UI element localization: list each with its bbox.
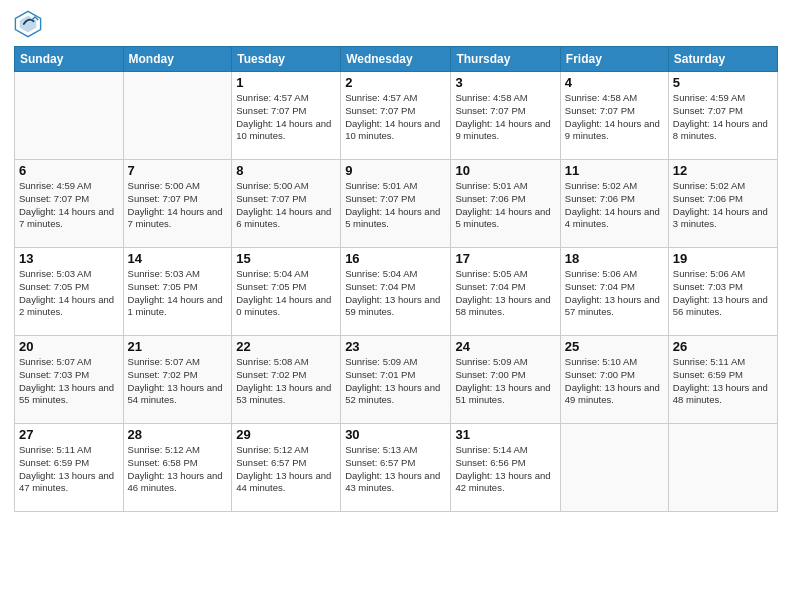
day-number: 26	[673, 339, 773, 354]
weekday-header-tuesday: Tuesday	[232, 47, 341, 72]
calendar-cell: 14Sunrise: 5:03 AM Sunset: 7:05 PM Dayli…	[123, 248, 232, 336]
calendar-cell: 23Sunrise: 5:09 AM Sunset: 7:01 PM Dayli…	[341, 336, 451, 424]
calendar-cell: 31Sunrise: 5:14 AM Sunset: 6:56 PM Dayli…	[451, 424, 560, 512]
weekday-header-row: SundayMondayTuesdayWednesdayThursdayFrid…	[15, 47, 778, 72]
calendar-cell: 20Sunrise: 5:07 AM Sunset: 7:03 PM Dayli…	[15, 336, 124, 424]
day-info: Sunrise: 5:01 AM Sunset: 7:06 PM Dayligh…	[455, 180, 555, 231]
day-number: 25	[565, 339, 664, 354]
day-info: Sunrise: 5:00 AM Sunset: 7:07 PM Dayligh…	[236, 180, 336, 231]
day-number: 5	[673, 75, 773, 90]
day-info: Sunrise: 5:07 AM Sunset: 7:03 PM Dayligh…	[19, 356, 119, 407]
day-number: 2	[345, 75, 446, 90]
weekday-header-wednesday: Wednesday	[341, 47, 451, 72]
day-info: Sunrise: 5:02 AM Sunset: 7:06 PM Dayligh…	[565, 180, 664, 231]
calendar-week-row: 13Sunrise: 5:03 AM Sunset: 7:05 PM Dayli…	[15, 248, 778, 336]
day-number: 9	[345, 163, 446, 178]
day-info: Sunrise: 5:09 AM Sunset: 7:00 PM Dayligh…	[455, 356, 555, 407]
day-info: Sunrise: 5:09 AM Sunset: 7:01 PM Dayligh…	[345, 356, 446, 407]
day-info: Sunrise: 4:58 AM Sunset: 7:07 PM Dayligh…	[565, 92, 664, 143]
calendar-cell: 29Sunrise: 5:12 AM Sunset: 6:57 PM Dayli…	[232, 424, 341, 512]
calendar-cell: 24Sunrise: 5:09 AM Sunset: 7:00 PM Dayli…	[451, 336, 560, 424]
calendar-cell	[668, 424, 777, 512]
calendar-cell: 26Sunrise: 5:11 AM Sunset: 6:59 PM Dayli…	[668, 336, 777, 424]
calendar-cell: 18Sunrise: 5:06 AM Sunset: 7:04 PM Dayli…	[560, 248, 668, 336]
calendar-cell: 7Sunrise: 5:00 AM Sunset: 7:07 PM Daylig…	[123, 160, 232, 248]
calendar-body: 1Sunrise: 4:57 AM Sunset: 7:07 PM Daylig…	[15, 72, 778, 512]
calendar-cell: 11Sunrise: 5:02 AM Sunset: 7:06 PM Dayli…	[560, 160, 668, 248]
weekday-header-friday: Friday	[560, 47, 668, 72]
day-info: Sunrise: 5:00 AM Sunset: 7:07 PM Dayligh…	[128, 180, 228, 231]
day-number: 31	[455, 427, 555, 442]
calendar-cell: 19Sunrise: 5:06 AM Sunset: 7:03 PM Dayli…	[668, 248, 777, 336]
calendar-cell: 21Sunrise: 5:07 AM Sunset: 7:02 PM Dayli…	[123, 336, 232, 424]
day-info: Sunrise: 4:58 AM Sunset: 7:07 PM Dayligh…	[455, 92, 555, 143]
calendar-cell	[123, 72, 232, 160]
weekday-header-saturday: Saturday	[668, 47, 777, 72]
calendar-cell: 13Sunrise: 5:03 AM Sunset: 7:05 PM Dayli…	[15, 248, 124, 336]
calendar-cell: 25Sunrise: 5:10 AM Sunset: 7:00 PM Dayli…	[560, 336, 668, 424]
day-info: Sunrise: 5:02 AM Sunset: 7:06 PM Dayligh…	[673, 180, 773, 231]
day-number: 12	[673, 163, 773, 178]
calendar-cell: 12Sunrise: 5:02 AM Sunset: 7:06 PM Dayli…	[668, 160, 777, 248]
day-number: 21	[128, 339, 228, 354]
calendar-cell: 28Sunrise: 5:12 AM Sunset: 6:58 PM Dayli…	[123, 424, 232, 512]
calendar-cell: 9Sunrise: 5:01 AM Sunset: 7:07 PM Daylig…	[341, 160, 451, 248]
day-number: 19	[673, 251, 773, 266]
day-number: 28	[128, 427, 228, 442]
day-number: 13	[19, 251, 119, 266]
calendar-cell: 27Sunrise: 5:11 AM Sunset: 6:59 PM Dayli…	[15, 424, 124, 512]
day-number: 7	[128, 163, 228, 178]
day-info: Sunrise: 5:12 AM Sunset: 6:57 PM Dayligh…	[236, 444, 336, 495]
weekday-header-thursday: Thursday	[451, 47, 560, 72]
day-number: 15	[236, 251, 336, 266]
day-info: Sunrise: 4:57 AM Sunset: 7:07 PM Dayligh…	[236, 92, 336, 143]
day-info: Sunrise: 5:07 AM Sunset: 7:02 PM Dayligh…	[128, 356, 228, 407]
day-info: Sunrise: 5:10 AM Sunset: 7:00 PM Dayligh…	[565, 356, 664, 407]
calendar-cell: 30Sunrise: 5:13 AM Sunset: 6:57 PM Dayli…	[341, 424, 451, 512]
calendar-week-row: 27Sunrise: 5:11 AM Sunset: 6:59 PM Dayli…	[15, 424, 778, 512]
day-info: Sunrise: 5:05 AM Sunset: 7:04 PM Dayligh…	[455, 268, 555, 319]
calendar-week-row: 20Sunrise: 5:07 AM Sunset: 7:03 PM Dayli…	[15, 336, 778, 424]
calendar-header: SundayMondayTuesdayWednesdayThursdayFrid…	[15, 47, 778, 72]
day-number: 16	[345, 251, 446, 266]
day-info: Sunrise: 5:11 AM Sunset: 6:59 PM Dayligh…	[19, 444, 119, 495]
day-number: 6	[19, 163, 119, 178]
page-container: SundayMondayTuesdayWednesdayThursdayFrid…	[0, 0, 792, 522]
calendar-cell: 1Sunrise: 4:57 AM Sunset: 7:07 PM Daylig…	[232, 72, 341, 160]
day-number: 20	[19, 339, 119, 354]
day-number: 24	[455, 339, 555, 354]
day-number: 3	[455, 75, 555, 90]
calendar-cell: 8Sunrise: 5:00 AM Sunset: 7:07 PM Daylig…	[232, 160, 341, 248]
day-info: Sunrise: 5:04 AM Sunset: 7:05 PM Dayligh…	[236, 268, 336, 319]
logo	[14, 10, 44, 38]
calendar-cell: 22Sunrise: 5:08 AM Sunset: 7:02 PM Dayli…	[232, 336, 341, 424]
calendar-week-row: 6Sunrise: 4:59 AM Sunset: 7:07 PM Daylig…	[15, 160, 778, 248]
calendar-cell: 10Sunrise: 5:01 AM Sunset: 7:06 PM Dayli…	[451, 160, 560, 248]
calendar-cell: 3Sunrise: 4:58 AM Sunset: 7:07 PM Daylig…	[451, 72, 560, 160]
calendar-cell: 5Sunrise: 4:59 AM Sunset: 7:07 PM Daylig…	[668, 72, 777, 160]
calendar-cell	[560, 424, 668, 512]
day-info: Sunrise: 5:06 AM Sunset: 7:04 PM Dayligh…	[565, 268, 664, 319]
header	[14, 10, 778, 38]
day-number: 27	[19, 427, 119, 442]
calendar-cell: 15Sunrise: 5:04 AM Sunset: 7:05 PM Dayli…	[232, 248, 341, 336]
day-info: Sunrise: 5:03 AM Sunset: 7:05 PM Dayligh…	[19, 268, 119, 319]
calendar-week-row: 1Sunrise: 4:57 AM Sunset: 7:07 PM Daylig…	[15, 72, 778, 160]
day-info: Sunrise: 5:12 AM Sunset: 6:58 PM Dayligh…	[128, 444, 228, 495]
calendar-cell: 2Sunrise: 4:57 AM Sunset: 7:07 PM Daylig…	[341, 72, 451, 160]
day-info: Sunrise: 4:59 AM Sunset: 7:07 PM Dayligh…	[19, 180, 119, 231]
day-info: Sunrise: 5:11 AM Sunset: 6:59 PM Dayligh…	[673, 356, 773, 407]
day-info: Sunrise: 5:08 AM Sunset: 7:02 PM Dayligh…	[236, 356, 336, 407]
day-info: Sunrise: 5:04 AM Sunset: 7:04 PM Dayligh…	[345, 268, 446, 319]
calendar-cell	[15, 72, 124, 160]
day-info: Sunrise: 5:01 AM Sunset: 7:07 PM Dayligh…	[345, 180, 446, 231]
day-number: 10	[455, 163, 555, 178]
weekday-header-monday: Monday	[123, 47, 232, 72]
day-info: Sunrise: 4:57 AM Sunset: 7:07 PM Dayligh…	[345, 92, 446, 143]
calendar-cell: 6Sunrise: 4:59 AM Sunset: 7:07 PM Daylig…	[15, 160, 124, 248]
day-number: 17	[455, 251, 555, 266]
day-number: 29	[236, 427, 336, 442]
day-number: 23	[345, 339, 446, 354]
day-number: 14	[128, 251, 228, 266]
calendar-cell: 16Sunrise: 5:04 AM Sunset: 7:04 PM Dayli…	[341, 248, 451, 336]
